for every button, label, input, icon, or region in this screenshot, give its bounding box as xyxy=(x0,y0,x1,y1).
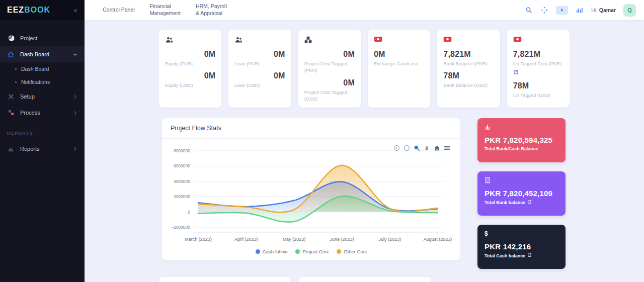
summary-value: PKR 7,820,594,325 xyxy=(485,136,558,144)
legend-item-cash-inflow[interactable]: Cash Inflow xyxy=(256,249,288,254)
main-area: Control Panel Financial Management HRM, … xyxy=(85,0,644,282)
content-area: 0M Equity (PKR) 0M Equity (USD) 0M Loan … xyxy=(85,20,644,282)
tab-control-panel[interactable]: Control Panel xyxy=(103,7,135,14)
bottom-card-right xyxy=(299,277,431,282)
stat-label: Un Tagged Cost (PKR) xyxy=(513,60,564,67)
stat-card-loan: 0M Loan (PKR) 0M Loan (USD) xyxy=(228,30,291,108)
logo-band: EEZBOOK « xyxy=(0,0,85,20)
search-icon[interactable] xyxy=(525,6,533,14)
stat-value: 0M xyxy=(374,50,424,59)
sidebar-item-label: Dash Board xyxy=(20,51,49,57)
stat-card-exchange: 0M Exchange Gain/Loss xyxy=(368,30,430,108)
chart-toolbar xyxy=(393,145,450,151)
module-tabs: Control Panel Financial Management HRM, … xyxy=(103,3,227,17)
users-group-icon xyxy=(234,36,285,45)
sidebar-item-dashboard[interactable]: Dash Board xyxy=(0,46,85,62)
summary-label: Total Cash balance xyxy=(485,253,558,258)
stat-value: 0M xyxy=(165,50,215,59)
tab-label: Financial xyxy=(150,3,181,10)
svg-text:2000000: 2000000 xyxy=(174,194,190,199)
sidebar-item-label: Reports xyxy=(20,146,40,152)
play-icon[interactable] xyxy=(556,6,568,15)
banknote-icon xyxy=(513,36,564,45)
sidebar-subitem-notifications[interactable]: Notifications xyxy=(0,75,85,88)
stat-label: Project Cost Tagged (USD) xyxy=(304,89,355,103)
sitemap-icon xyxy=(304,36,355,45)
sidebar-item-setup[interactable]: Setup xyxy=(0,88,85,105)
svg-text:6000000: 6000000 xyxy=(174,163,190,168)
external-link-icon[interactable] xyxy=(527,253,532,258)
tab-label: & Appraisal xyxy=(196,10,227,17)
sidebar-item-label: Setup xyxy=(20,93,35,100)
zoom-out-icon[interactable] xyxy=(404,145,410,151)
bullet-dot-icon xyxy=(15,68,17,70)
stat-card-project-cost-tagged: 0M Project Cost Tagged (PKR) 0M Project … xyxy=(298,30,361,108)
summary-label-text: Total Bank balance xyxy=(485,200,525,205)
stat-value: 7,821M xyxy=(443,50,494,59)
user-greeting: Hi, Qamar xyxy=(591,7,616,13)
zoom-in-icon[interactable] xyxy=(393,145,400,151)
stat-value: 7,821M xyxy=(513,50,564,59)
tab-label: Management xyxy=(150,10,181,17)
chevron-right-icon xyxy=(73,147,77,151)
tab-financial-management[interactable]: Financial Management xyxy=(150,3,181,17)
sidebar-item-reports[interactable]: Reports xyxy=(0,141,85,157)
svg-text:March (2023): March (2023) xyxy=(185,237,212,242)
sidebar-subitem-label: Notifications xyxy=(21,79,50,85)
stat-label: Loan (PKR) xyxy=(234,60,285,67)
stat-value: 0M xyxy=(234,50,285,59)
pie-chart-icon xyxy=(7,35,15,42)
sidebar-subitem-dashboard[interactable]: Dash Board xyxy=(0,62,85,75)
legend-item-other-cost[interactable]: Other Cost xyxy=(337,249,367,254)
project-flow-chart: 80000006000000400000020000000-2000000Mar… xyxy=(170,144,452,246)
legend-dot xyxy=(337,249,341,254)
sidebar-nav: Project Dash Board Dash Board Notificati… xyxy=(0,20,85,157)
sidebar: EEZBOOK « Project Dash Board xyxy=(0,0,85,282)
selection-zoom-icon[interactable] xyxy=(414,145,420,151)
avatar[interactable]: Q xyxy=(623,4,636,17)
summary-cards: PKR 7,820,594,325 Total Bank/Cash Balanc… xyxy=(477,118,566,269)
svg-text:8000000: 8000000 xyxy=(174,148,190,153)
sidebar-item-process[interactable]: Process xyxy=(0,105,85,121)
stat-value: 0M xyxy=(165,71,215,80)
stat-value: 0M xyxy=(304,50,355,59)
home-reset-icon[interactable] xyxy=(434,145,440,151)
process-icon xyxy=(7,109,15,117)
summary-label-text: Total Cash balance xyxy=(485,253,525,258)
bullet-dot-icon xyxy=(15,81,17,83)
stats-bars-icon[interactable] xyxy=(576,6,584,14)
tab-label: HRM, Payroll xyxy=(196,3,227,10)
stat-card-untagged-cost: 7,821M Un Tagged Cost (PKR) 78M Un Tagge… xyxy=(507,30,570,108)
pan-icon[interactable] xyxy=(424,145,430,151)
logo-text-book: BOOK xyxy=(24,6,50,14)
tab-hrm-payroll[interactable]: HRM, Payroll & Appraisal xyxy=(196,3,227,17)
summary-label: Total Bank/Cash Balance xyxy=(485,146,558,151)
sidebar-collapse-icon[interactable]: « xyxy=(73,6,77,14)
legend-dot xyxy=(256,249,260,254)
bar-chart-icon xyxy=(485,124,558,132)
legend-item-project-cost[interactable]: Project Cost xyxy=(295,249,329,254)
svg-text:0: 0 xyxy=(188,210,190,215)
stat-label: Project Cost Tagged (PKR) xyxy=(304,60,355,74)
external-link-icon[interactable] xyxy=(527,200,532,205)
summary-value: PKR 142,216 xyxy=(485,242,558,251)
greeting-prefix: Hi, xyxy=(591,7,598,13)
chart-title: Project Flow Stats xyxy=(162,118,460,139)
expand-arrows-icon[interactable] xyxy=(540,6,548,14)
tools-icon xyxy=(7,93,15,101)
summary-label: Total Bank balance xyxy=(485,200,558,205)
app-logo: EEZBOOK xyxy=(7,6,50,15)
stat-value: 0M xyxy=(304,78,355,87)
external-link-icon[interactable] xyxy=(513,68,564,77)
banknote-icon xyxy=(374,36,424,45)
home-icon xyxy=(7,51,15,58)
stat-card-bank-balance: 7,821M Bank Balance (PKR) 78M Bank Balan… xyxy=(437,30,500,108)
menu-icon[interactable] xyxy=(444,145,450,151)
bottom-row xyxy=(159,277,570,282)
chevron-right-icon xyxy=(73,95,77,99)
svg-text:May (2023): May (2023) xyxy=(283,237,306,242)
sidebar-item-project[interactable]: Project xyxy=(0,30,85,46)
stat-value: 0M xyxy=(234,71,285,80)
dollar-sign-icon: $ xyxy=(485,230,558,238)
stat-label: Bank Balance (PKR) xyxy=(443,60,494,67)
